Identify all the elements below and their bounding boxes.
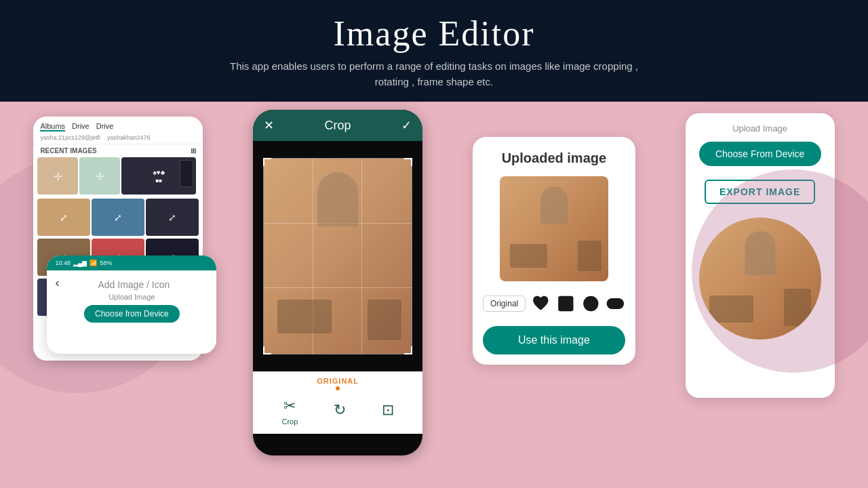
crop-header: ✕ Crop ✓ bbox=[253, 110, 422, 141]
move-icon-1: ✛ bbox=[54, 169, 62, 182]
grid-view-icon[interactable]: ⊞ bbox=[191, 147, 196, 155]
frame-square-button[interactable] bbox=[556, 291, 576, 316]
gallery-img-3: ♠♥♣ ■■ bbox=[121, 157, 196, 195]
gallery-phone-container: Albums Drive Drive yasha.21pcs129@jetfi … bbox=[33, 110, 203, 361]
app-subtitle: This app enables users to perform a rang… bbox=[0, 59, 868, 89]
app-header: Image Editor This app enables users to p… bbox=[0, 0, 868, 102]
expand-icon-2: ⤢ bbox=[114, 212, 122, 223]
crop-close-button[interactable]: ✕ bbox=[264, 118, 274, 133]
frame-circle-button[interactable] bbox=[581, 291, 601, 316]
frame-rounded-button[interactable] bbox=[606, 291, 625, 316]
crop-tool-label: Crop bbox=[281, 418, 298, 426]
preview-furniture bbox=[510, 244, 547, 268]
original-dot bbox=[336, 386, 340, 390]
preview-arch bbox=[540, 186, 568, 224]
tab-albums[interactable]: Albums bbox=[40, 122, 65, 131]
export-image-button[interactable]: EXPORT IMAGE bbox=[705, 180, 815, 204]
wifi-icon: 📶 bbox=[90, 260, 97, 266]
subtitle-line2: rotating , frame shape etc. bbox=[375, 76, 493, 87]
gallery-img-2: ✛ bbox=[79, 157, 120, 195]
time-display: 10:48 bbox=[55, 260, 71, 266]
frame-options: Original bbox=[483, 291, 625, 316]
arch-decor bbox=[317, 172, 358, 226]
crop-corner-br bbox=[404, 346, 412, 354]
choose-device-button[interactable]: Choose From Device bbox=[699, 142, 821, 166]
crop-corner-tl bbox=[263, 158, 271, 166]
app-title: Image Editor bbox=[0, 14, 868, 54]
add-image-title: Add Image / Icon bbox=[59, 279, 208, 290]
crop-frame[interactable] bbox=[263, 158, 412, 354]
rotate-tool-icon: ↻ bbox=[334, 401, 346, 419]
grid-line-h2 bbox=[264, 287, 412, 288]
choose-device-small-button[interactable]: Choose from Device bbox=[84, 305, 180, 323]
gallery-img-6: ⤢ bbox=[146, 199, 199, 236]
small-phone-header: 10:48 ▂▄▆ 📶 58% bbox=[47, 256, 216, 270]
tab-drive2[interactable]: Drive bbox=[96, 122, 114, 131]
crop-phone: ✕ Crop ✓ bbox=[253, 110, 422, 455]
tab-info2: yashakhan2476 bbox=[107, 134, 151, 141]
crop-image-area bbox=[253, 141, 422, 371]
furniture-decor2 bbox=[368, 300, 401, 340]
battery-icon: 58% bbox=[100, 260, 112, 266]
original-label: ORIGINAL bbox=[317, 377, 359, 385]
tab-info1: yasha.21pcs129@jetfi bbox=[40, 134, 100, 141]
gallery-tabs: Albums Drive Drive bbox=[40, 122, 196, 131]
crop-bottom-bar: ORIGINAL ✂ Crop ↻ ⊡ bbox=[253, 371, 422, 434]
tab-drive1[interactable]: Drive bbox=[72, 122, 90, 131]
frame-heart-button[interactable] bbox=[531, 291, 551, 316]
crop-corner-bl bbox=[263, 346, 271, 354]
expand-icon-1: ⤢ bbox=[60, 212, 68, 223]
svg-point-1 bbox=[583, 296, 598, 311]
status-bar: 10:48 ▂▄▆ 📶 58% bbox=[55, 260, 112, 266]
signal-icon: ▂▄▆ bbox=[73, 260, 87, 266]
content-area: Albums Drive Drive yasha.21pcs129@jetfi … bbox=[0, 102, 868, 481]
gallery-img-5: ⤢ bbox=[92, 199, 144, 236]
crop-tools: ✂ Crop ↻ ⊡ bbox=[264, 392, 412, 431]
small-phone: 10:48 ▂▄▆ 📶 58% ‹ Add Image / Icon Uploa… bbox=[47, 256, 216, 354]
export-furniture bbox=[709, 296, 753, 323]
expand-icon-3: ⤢ bbox=[168, 212, 176, 223]
gallery-tabs-header: Albums Drive Drive yasha.21pcs129@jetfi … bbox=[33, 117, 203, 144]
furniture-decor1 bbox=[277, 300, 332, 333]
uploaded-image-title: Uploaded image bbox=[483, 150, 625, 166]
svg-rect-0 bbox=[558, 296, 573, 311]
export-panel: Upload Image Choose From Device EXPORT I… bbox=[686, 113, 835, 398]
gallery-large-img: ✛ bbox=[37, 157, 78, 195]
aspect-tool-icon: ⊡ bbox=[382, 401, 394, 419]
upload-label-small: Upload Image bbox=[108, 293, 155, 301]
crop-inner-image bbox=[264, 159, 412, 354]
crop-tool[interactable]: ✂ Crop bbox=[281, 397, 298, 426]
recent-images-label: RECENT IMAGES ⊞ bbox=[33, 144, 203, 156]
grid-line-v2 bbox=[361, 159, 362, 354]
gallery-row-2: ⤢ ⤢ ⤢ bbox=[33, 197, 203, 237]
preview-decor bbox=[578, 241, 601, 271]
frame-original-button[interactable]: Original bbox=[483, 296, 526, 312]
small-phone-content: ‹ Add Image / Icon Upload Image Choose f… bbox=[47, 270, 216, 328]
uploaded-image-card: Uploaded image Original bbox=[473, 137, 635, 365]
gallery-img-4: ⤢ bbox=[37, 199, 90, 236]
crop-corner-tr bbox=[404, 158, 412, 166]
aspect-tool[interactable]: ⊡ bbox=[382, 401, 394, 422]
crop-tool-icon: ✂ bbox=[283, 397, 296, 415]
use-image-button[interactable]: Use this image bbox=[483, 326, 625, 354]
rotate-tool[interactable]: ↻ bbox=[334, 401, 346, 422]
crop-confirm-button[interactable]: ✓ bbox=[401, 118, 412, 133]
export-arch bbox=[745, 231, 775, 275]
subtitle-line1: This app enables users to perform a rang… bbox=[230, 60, 638, 72]
export-decor bbox=[784, 289, 811, 326]
upload-image-label: Upload Image bbox=[732, 123, 787, 134]
svg-rect-2 bbox=[607, 298, 624, 309]
export-circle-preview bbox=[699, 218, 821, 340]
uploaded-image-preview bbox=[500, 176, 608, 281]
crop-title-label: Crop bbox=[325, 119, 351, 133]
move-icon-2: ✛ bbox=[96, 169, 104, 182]
